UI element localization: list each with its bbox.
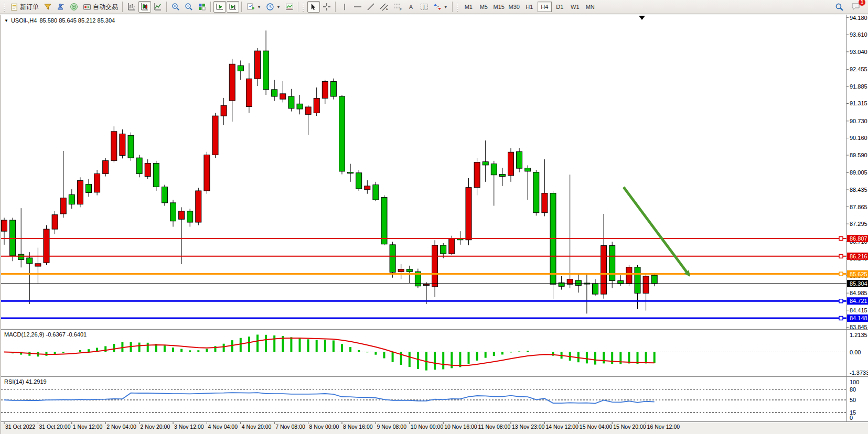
candle-body[interactable]: [103, 160, 109, 173]
bar-chart-button[interactable]: [125, 1, 138, 13]
candle-body[interactable]: [18, 254, 24, 259]
candle-body[interactable]: [322, 81, 328, 98]
candlestick-chart-button[interactable]: [138, 1, 151, 13]
timeframe-button-M1[interactable]: M1: [462, 2, 476, 12]
market-watch-button[interactable]: [41, 1, 54, 13]
text-label-button[interactable]: T: [418, 1, 431, 13]
signals-button[interactable]: [68, 1, 80, 13]
candle-body[interactable]: [356, 173, 362, 189]
candle-body[interactable]: [643, 276, 649, 294]
chart-properties-button[interactable]: [283, 1, 296, 13]
candle-body[interactable]: [491, 164, 497, 175]
candle-body[interactable]: [111, 132, 117, 160]
candle-body[interactable]: [424, 284, 430, 285]
candle-body[interactable]: [120, 134, 125, 155]
candle-body[interactable]: [263, 51, 269, 90]
timeframe-button-D1[interactable]: D1: [553, 2, 567, 12]
candle-body[interactable]: [398, 269, 404, 272]
timeframe-button-M30[interactable]: M30: [507, 2, 521, 12]
candle-body[interactable]: [508, 152, 514, 176]
toolbar-grip[interactable]: [303, 2, 305, 12]
crosshair-button[interactable]: [320, 1, 333, 13]
candle-body[interactable]: [348, 172, 353, 173]
candle-body[interactable]: [280, 94, 286, 99]
line-chart-button[interactable]: [152, 1, 164, 13]
candle-body[interactable]: [449, 238, 455, 254]
new-chart-button[interactable]: ▼: [244, 1, 263, 13]
candle-body[interactable]: [238, 66, 243, 71]
candle-body[interactable]: [246, 79, 252, 106]
candle-body[interactable]: [432, 245, 438, 287]
candle-body[interactable]: [406, 269, 412, 272]
equidistant-channel-button[interactable]: E: [378, 1, 391, 13]
candle-body[interactable]: [136, 158, 142, 173]
candle-body[interactable]: [145, 163, 151, 176]
candle-body[interactable]: [2, 220, 7, 231]
new-order-button[interactable]: 新订单: [8, 1, 41, 13]
timeframe-button-M15[interactable]: M15: [492, 2, 506, 12]
candle-body[interactable]: [60, 198, 66, 214]
candle-body[interactable]: [297, 104, 303, 109]
trendline-button[interactable]: [365, 1, 377, 13]
candle-body[interactable]: [575, 280, 581, 286]
chart-shift-button[interactable]: [227, 1, 239, 13]
candle-body[interactable]: [542, 193, 548, 213]
toolbar-grip[interactable]: [4, 2, 6, 12]
candle-body[interactable]: [288, 96, 294, 108]
line-handle[interactable]: [839, 299, 843, 303]
candle-body[interactable]: [212, 116, 218, 155]
candle-body[interactable]: [483, 162, 488, 165]
candle-body[interactable]: [27, 258, 33, 264]
fibonacci-button[interactable]: F: [391, 1, 404, 13]
candle-body[interactable]: [69, 194, 74, 204]
candle-body[interactable]: [221, 105, 227, 116]
candle-body[interactable]: [626, 267, 632, 284]
notifications-button[interactable]: 1: [849, 1, 863, 13]
periods-button[interactable]: ▼: [264, 1, 283, 13]
candle-body[interactable]: [533, 172, 539, 213]
timeframe-button-H1[interactable]: H1: [522, 2, 537, 12]
candle-body[interactable]: [86, 184, 92, 192]
line-handle[interactable]: [839, 272, 843, 276]
toolbar-grip[interactable]: [457, 2, 459, 12]
candle-body[interactable]: [517, 151, 522, 168]
candle-body[interactable]: [474, 162, 480, 188]
timeframe-button-W1[interactable]: W1: [568, 2, 582, 12]
candle-body[interactable]: [339, 96, 345, 171]
search-button[interactable]: [833, 1, 846, 13]
candle-body[interactable]: [229, 64, 235, 101]
candle-body[interactable]: [499, 175, 505, 177]
zoom-in-button[interactable]: [169, 1, 182, 13]
candle-body[interactable]: [179, 211, 185, 219]
candle-body[interactable]: [128, 135, 134, 158]
candle-body[interactable]: [381, 198, 387, 244]
tile-windows-button[interactable]: [196, 1, 208, 13]
candle-body[interactable]: [593, 284, 598, 294]
vertical-line-button[interactable]: [338, 1, 351, 13]
line-handle[interactable]: [839, 237, 843, 241]
candle-body[interactable]: [255, 51, 261, 79]
candle-body[interactable]: [44, 229, 49, 263]
arrows-button[interactable]: ▼: [431, 1, 450, 13]
candle-body[interactable]: [330, 81, 336, 96]
chart-canvas[interactable]: 94.18093.61093.04092.45591.88591.31590.7…: [1, 15, 868, 434]
candle-body[interactable]: [272, 90, 277, 96]
zoom-out-button[interactable]: [183, 1, 195, 13]
chart-window[interactable]: ▼ USOil-,H4 85.580 85.645 85.212 85.304 …: [0, 15, 868, 434]
candle-body[interactable]: [525, 168, 531, 171]
candle-body[interactable]: [187, 211, 193, 222]
contacts-button[interactable]: [55, 1, 67, 13]
candle-body[interactable]: [305, 107, 311, 114]
candle-body[interactable]: [441, 245, 446, 254]
text-button[interactable]: A: [405, 1, 417, 13]
candle-body[interactable]: [153, 163, 159, 187]
candle-body[interactable]: [77, 181, 83, 204]
candle-body[interactable]: [314, 98, 319, 113]
candle-body[interactable]: [390, 245, 395, 273]
timeframe-button-M5[interactable]: M5: [477, 2, 491, 12]
candle-body[interactable]: [162, 187, 167, 203]
line-handle[interactable]: [839, 316, 843, 320]
candle-body[interactable]: [609, 246, 615, 281]
candle-body[interactable]: [466, 188, 471, 240]
horizontal-line-button[interactable]: [351, 1, 364, 13]
